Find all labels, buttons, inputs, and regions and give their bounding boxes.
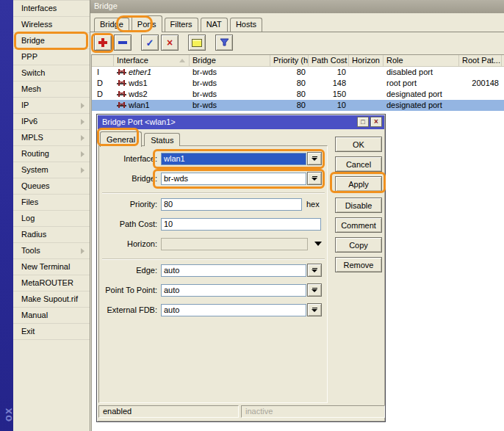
horizon-combo[interactable] — [161, 238, 308, 250]
external-fdb-dropdown-button[interactable] — [307, 303, 322, 316]
sidebar-item-ppp[interactable]: PPP — [13, 49, 90, 65]
col-horizon[interactable]: Horizon — [349, 55, 384, 66]
dropdown-arrow-icon[interactable] — [314, 242, 322, 246]
tab-nat[interactable]: NAT — [201, 18, 228, 32]
table-row[interactable]: I ether1 br-wds 80 10 disabled port — [92, 67, 504, 78]
edge-row: Edge: auto — [99, 264, 322, 277]
sidebar-item-ipv6[interactable]: IPv6 — [13, 114, 90, 130]
table-row[interactable]: D wds1 br-wds 80 148 root port 200148 — [92, 78, 504, 89]
col-interface[interactable]: Interface — [114, 55, 190, 66]
copy-button[interactable]: Copy — [335, 237, 382, 253]
bridge-window-title: Bridge — [94, 1, 118, 10]
sidebar-item-wireless[interactable]: Wireless — [13, 17, 90, 33]
col-path-cost[interactable]: Path Cost — [309, 55, 349, 66]
col-priority[interactable]: Priority (h... — [270, 55, 309, 66]
interface-cell: wds1 — [114, 78, 190, 89]
comment-button[interactable]: Comment — [335, 217, 382, 233]
close-icon: × — [374, 118, 378, 126]
tab-ports[interactable]: Ports — [132, 15, 162, 32]
tab-status[interactable]: Status — [144, 133, 180, 146]
sidebar-item-switch[interactable]: Switch — [13, 65, 90, 82]
sidebar-item-mesh[interactable]: Mesh — [13, 82, 90, 98]
submenu-arrow-icon — [81, 248, 84, 254]
bridge-port-icon — [117, 90, 126, 98]
bridge-combo[interactable]: br-wds — [161, 173, 306, 185]
note-icon — [192, 39, 202, 47]
disable-button[interactable]: × — [161, 35, 179, 51]
minus-icon — [118, 41, 127, 44]
interface-combo[interactable]: wlan1 — [161, 153, 306, 165]
interface-cell: ether1 — [114, 67, 190, 78]
sidebar-item-interfaces[interactable]: Interfaces — [13, 1, 90, 17]
sidebar-item-files[interactable]: Files — [13, 195, 90, 211]
comment-button[interactable] — [188, 35, 206, 51]
add-button[interactable] — [94, 35, 112, 51]
tab-bridge[interactable]: Bridge — [94, 18, 129, 32]
cancel-button[interactable]: Cancel — [335, 156, 382, 172]
external-fdb-combo[interactable]: auto — [161, 304, 306, 316]
interface-label: Interface: — [99, 154, 161, 163]
dialog-titlebar: Bridge Port <wlan1> □ × — [98, 115, 384, 129]
maximize-button[interactable]: □ — [357, 117, 369, 127]
sidebar-item-new-terminal[interactable]: New Terminal — [13, 259, 90, 275]
filter-button[interactable] — [215, 35, 233, 51]
edge-combo[interactable]: auto — [161, 264, 306, 277]
bridge-port-icon — [117, 68, 126, 76]
sidebar-item-exit[interactable]: Exit — [13, 324, 90, 340]
check-icon: ✓ — [146, 37, 154, 48]
disable-button[interactable]: Disable — [335, 198, 382, 213]
enable-button[interactable]: ✓ — [141, 35, 159, 51]
interface-cell: wds2 — [114, 89, 190, 100]
col-bridge[interactable]: Bridge — [190, 55, 270, 66]
sidebar: Interfaces Wireless Bridge PPP Switch Me… — [13, 0, 90, 431]
funnel-icon — [220, 38, 229, 47]
bridge-window-titlebar: Bridge — [90, 0, 504, 13]
remove-button[interactable] — [114, 35, 132, 51]
sidebar-item-radius[interactable]: Radius — [13, 227, 90, 243]
sidebar-item-queues[interactable]: Queues — [13, 178, 90, 195]
sidebar-item-tools[interactable]: Tools — [13, 243, 90, 259]
edge-dropdown-button[interactable] — [307, 264, 322, 277]
point-to-point-row: Point To Point: auto — [99, 283, 322, 297]
sidebar-item-manual[interactable]: Manual — [13, 308, 90, 324]
submenu-arrow-icon — [81, 135, 84, 141]
point-to-point-combo[interactable]: auto — [161, 284, 306, 297]
sidebar-item-routing[interactable]: Routing — [13, 146, 90, 162]
sidebar-menu: Interfaces Wireless Bridge PPP Switch Me… — [13, 0, 90, 340]
sidebar-item-metarouter[interactable]: MetaROUTER — [13, 275, 90, 291]
bridge-port-dialog: Bridge Port <wlan1> □ × General Status I… — [96, 114, 386, 422]
dialog-tabstrip: General Status — [100, 131, 180, 146]
hex-suffix-label: hex — [306, 200, 320, 209]
sidebar-item-system[interactable]: System — [13, 162, 90, 178]
table-row[interactable]: D wds2 br-wds 80 150 designated port — [92, 89, 504, 100]
dropdown-icon — [312, 176, 317, 177]
dropdown-icon — [312, 268, 317, 269]
sidebar-item-mpls[interactable]: MPLS — [13, 130, 90, 146]
apply-button[interactable]: Apply — [335, 176, 382, 192]
dropdown-icon — [312, 308, 317, 308]
table-row-selected[interactable]: wlan1 br-wds 80 10 designated port — [92, 100, 504, 111]
interface-dropdown-button[interactable] — [307, 152, 322, 165]
sidebar-item-bridge[interactable]: Bridge — [13, 33, 90, 49]
priority-input[interactable] — [161, 198, 302, 211]
col-flags[interactable] — [92, 55, 114, 66]
separator — [102, 258, 325, 260]
external-fdb-label: External FDB: — [99, 305, 161, 314]
sidebar-item-ip[interactable]: IP — [13, 98, 90, 114]
col-role[interactable]: Role — [384, 55, 459, 66]
tab-general[interactable]: General — [100, 131, 142, 147]
sidebar-item-log[interactable]: Log — [13, 211, 90, 227]
winbox-screen: ox Interfaces Wireless Bridge PPP Switch… — [0, 0, 504, 431]
point-to-point-dropdown-button[interactable] — [307, 283, 322, 297]
sidebar-item-make-supout[interactable]: Make Supout.rif — [13, 291, 90, 308]
path-cost-input[interactable] — [161, 218, 321, 231]
remove-button[interactable]: Remove — [335, 257, 382, 272]
priority-label: Priority: — [99, 200, 161, 209]
col-root-path[interactable]: Root Pat... — [459, 55, 502, 66]
close-button[interactable]: × — [370, 117, 382, 127]
plus-icon — [98, 38, 107, 47]
tab-filters[interactable]: Filters — [165, 18, 198, 32]
tab-hosts[interactable]: Hosts — [230, 18, 262, 32]
ok-button[interactable]: OK — [335, 137, 382, 152]
bridge-dropdown-button[interactable] — [307, 172, 322, 185]
